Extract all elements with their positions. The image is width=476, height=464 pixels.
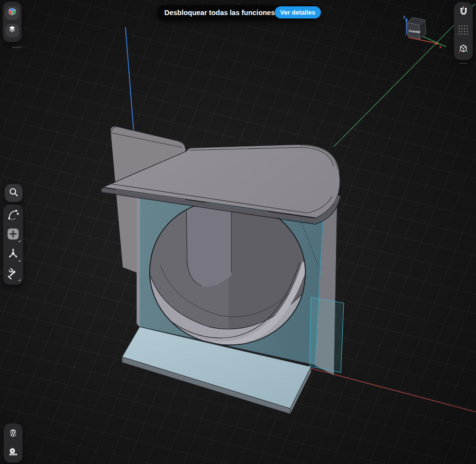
snapping-button[interactable] — [455, 4, 472, 21]
search-zoom-button[interactable] — [5, 184, 22, 202]
unlock-banner-text: Desbloquear todas las funciones — [164, 9, 275, 17]
top-left-toolbar — [3, 2, 21, 42]
bottom-left-toolbar — [4, 424, 22, 463]
view-cube-x-label: X — [439, 45, 442, 49]
orientation-button[interactable] — [455, 41, 472, 59]
x-axis-line — [311, 368, 476, 412]
axis-cube-icon — [458, 43, 469, 57]
dot-grid-icon — [458, 24, 469, 38]
see-details-button[interactable]: Ver detalles — [275, 6, 320, 18]
transform-tool-button[interactable] — [4, 246, 22, 263]
add-shape-tool-button[interactable] — [4, 226, 22, 244]
striped-cylinder-icon — [7, 427, 19, 441]
plus-icon — [7, 228, 19, 242]
top-right-panel-handle[interactable] — [459, 63, 467, 64]
layers-icon — [7, 24, 18, 37]
move-arrows-icon — [7, 247, 19, 262]
appearance-button[interactable] — [4, 425, 22, 443]
grid-toggle-button[interactable] — [455, 22, 472, 40]
layers-button[interactable] — [5, 24, 19, 37]
magnifier-icon — [8, 186, 19, 200]
wrench-icon — [7, 267, 19, 281]
measure-button[interactable] — [4, 444, 22, 461]
z-axis-line — [125, 27, 135, 144]
sketch-tool-button[interactable] — [4, 207, 22, 224]
view-cube-z-arrowhead — [405, 18, 408, 21]
viewport-3d-scene[interactable]: Frontal Z X — [0, 0, 476, 464]
top-left-panel-handle[interactable] — [12, 47, 22, 48]
utilities-tool-button[interactable] — [4, 265, 22, 283]
model-view-button[interactable] — [5, 6, 19, 20]
tape-measure-icon — [7, 446, 19, 459]
model-left-edge-face[interactable] — [137, 196, 140, 327]
left-toolbar — [3, 205, 23, 285]
construction-plane[interactable] — [310, 297, 344, 373]
magnet-icon — [458, 6, 469, 19]
spline-arc-icon — [7, 208, 19, 223]
unlock-banner: Desbloquear todas las funciones Ver deta… — [157, 5, 319, 20]
color-cube-icon — [7, 7, 18, 19]
view-cube-z-label: Z — [403, 15, 405, 19]
view-cube[interactable]: Frontal Z X — [403, 15, 446, 49]
top-right-toolbar — [454, 2, 473, 60]
